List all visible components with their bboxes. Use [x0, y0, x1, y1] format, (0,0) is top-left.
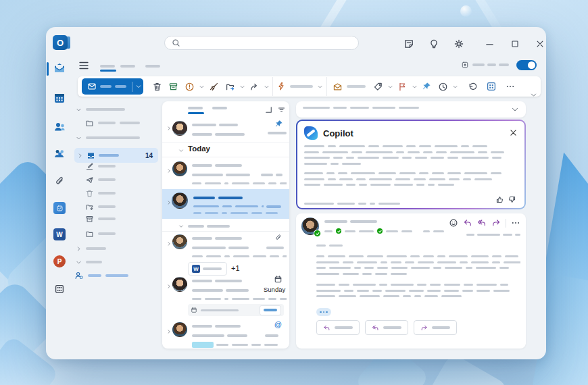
- snooze-dropdown[interactable]: [451, 78, 459, 95]
- expand-chevron-icon[interactable]: [166, 168, 172, 174]
- rail-todo-button[interactable]: [51, 200, 68, 216]
- undo-button[interactable]: [464, 78, 481, 95]
- collapse-chevron-icon[interactable]: [511, 105, 519, 113]
- sent-folder-item[interactable]: [85, 174, 116, 185]
- placeholder-line: [347, 85, 366, 88]
- rail-word-button[interactable]: W: [51, 226, 68, 242]
- rail-mail-button[interactable]: [51, 60, 68, 76]
- flag-button[interactable]: [394, 78, 410, 95]
- suggested-reply-button[interactable]: [316, 320, 360, 335]
- go-to-groups-item[interactable]: [74, 270, 128, 281]
- view-tab-1[interactable]: [100, 65, 115, 68]
- expand-chevron-icon[interactable]: [166, 126, 172, 131]
- suggested-reply-all-button[interactable]: [365, 320, 408, 335]
- drafts-folder-item[interactable]: [85, 161, 116, 172]
- chevron-down-icon: [76, 259, 82, 265]
- feedback-note-button[interactable]: [401, 36, 417, 52]
- placeholder-line: [232, 298, 249, 300]
- more-attachments-label[interactable]: +1: [231, 264, 240, 272]
- placeholder-line: [399, 172, 416, 174]
- pin-button[interactable]: [418, 78, 435, 95]
- pin-icon[interactable]: [274, 120, 283, 128]
- rail-calendar-button[interactable]: [51, 90, 68, 106]
- rsvp-button[interactable]: [260, 305, 281, 315]
- collapse-ribbon-button[interactable]: [530, 91, 537, 99]
- view-tab-active-underline: [100, 70, 116, 72]
- maximize-button[interactable]: [507, 36, 523, 52]
- subject-bar: [296, 101, 526, 118]
- tips-button[interactable]: [426, 36, 442, 52]
- placeholder-line: [462, 157, 489, 159]
- settings-button[interactable]: [451, 36, 467, 52]
- account-section-header[interactable]: [76, 132, 140, 143]
- new-outlook-toggle[interactable]: [516, 60, 537, 70]
- close-button[interactable]: [532, 36, 548, 52]
- expand-chevron-icon[interactable]: [166, 200, 172, 205]
- suggested-forward-button[interactable]: [414, 320, 457, 335]
- apps-button[interactable]: [483, 78, 499, 95]
- placeholder-line: [232, 344, 248, 346]
- message-row-selected[interactable]: [162, 189, 289, 219]
- snooze-button[interactable]: [435, 78, 451, 95]
- thumbs-up-button[interactable]: [493, 193, 506, 205]
- placeholder-line: [415, 157, 427, 159]
- list-tab-focused[interactable]: [188, 107, 203, 109]
- deleted-folder-item[interactable]: [85, 188, 116, 199]
- quick-steps-group[interactable]: [272, 77, 327, 96]
- rail-files-button[interactable]: [51, 173, 68, 189]
- sweep-button[interactable]: [205, 78, 222, 95]
- forward-dropdown[interactable]: [262, 78, 270, 95]
- rail-groups-button[interactable]: [51, 146, 68, 162]
- new-mail-button[interactable]: [82, 78, 143, 95]
- report-dropdown[interactable]: [197, 78, 205, 95]
- expand-chevron-icon[interactable]: [166, 284, 172, 289]
- hamburger-menu-button[interactable]: [77, 59, 91, 72]
- categorize-button[interactable]: [370, 78, 386, 95]
- expand-chevron-icon[interactable]: [166, 241, 172, 247]
- trimmed-content-button[interactable]: [316, 308, 331, 316]
- expanded-section-header[interactable]: [76, 257, 102, 267]
- list-tab-other[interactable]: [212, 107, 227, 109]
- more-actions-icon[interactable]: [511, 218, 520, 228]
- apps-grid-icon: [486, 81, 497, 92]
- copilot-close-button[interactable]: [507, 126, 519, 138]
- view-tab-3[interactable]: [145, 65, 160, 68]
- categorize-dropdown[interactable]: [386, 78, 394, 95]
- minimize-button[interactable]: [481, 36, 497, 52]
- delete-button[interactable]: [149, 78, 165, 95]
- expand-chevron-icon[interactable]: [166, 329, 172, 334]
- more-options-button[interactable]: [502, 78, 518, 95]
- chevron-down-icon[interactable]: [135, 83, 142, 90]
- collapsed-section-header[interactable]: [76, 243, 106, 254]
- favorite-folder-item[interactable]: [85, 118, 140, 128]
- folder-arrow-icon: [85, 203, 94, 211]
- search-input[interactable]: [164, 36, 359, 50]
- notes-folder-item[interactable]: [85, 228, 116, 239]
- reply-all-icon[interactable]: [477, 218, 487, 228]
- flag-dropdown[interactable]: [410, 78, 418, 95]
- rail-more-apps-button[interactable]: [51, 281, 68, 297]
- attachment-chip[interactable]: W: [188, 262, 227, 276]
- date-placeholder: [276, 174, 283, 176]
- rsvp-bar[interactable]: [188, 304, 284, 316]
- archive-button[interactable]: [165, 78, 181, 95]
- copilot-card: Copilot: [296, 120, 526, 209]
- reading-pane-layout-button[interactable]: [262, 103, 274, 116]
- archive-folder-item[interactable]: [85, 213, 116, 224]
- forward-icon[interactable]: [491, 218, 501, 228]
- reactions-smiley-icon[interactable]: [449, 218, 458, 228]
- read-unread-button[interactable]: [329, 78, 345, 95]
- report-button[interactable]: [181, 78, 197, 95]
- move-to-button[interactable]: [222, 78, 238, 95]
- forward-button[interactable]: [246, 78, 262, 95]
- move-to-dropdown[interactable]: [238, 78, 246, 95]
- reply-icon[interactable]: [463, 218, 472, 228]
- view-tab-2[interactable]: [120, 65, 135, 68]
- filter-button[interactable]: [275, 103, 287, 116]
- favorites-section-header[interactable]: [76, 104, 125, 115]
- junk-folder-item[interactable]: [85, 201, 116, 212]
- rail-powerpoint-button[interactable]: P: [51, 253, 68, 270]
- rail-people-button[interactable]: [51, 119, 68, 135]
- placeholder-line: [428, 184, 435, 186]
- thumbs-down-button[interactable]: [506, 193, 518, 205]
